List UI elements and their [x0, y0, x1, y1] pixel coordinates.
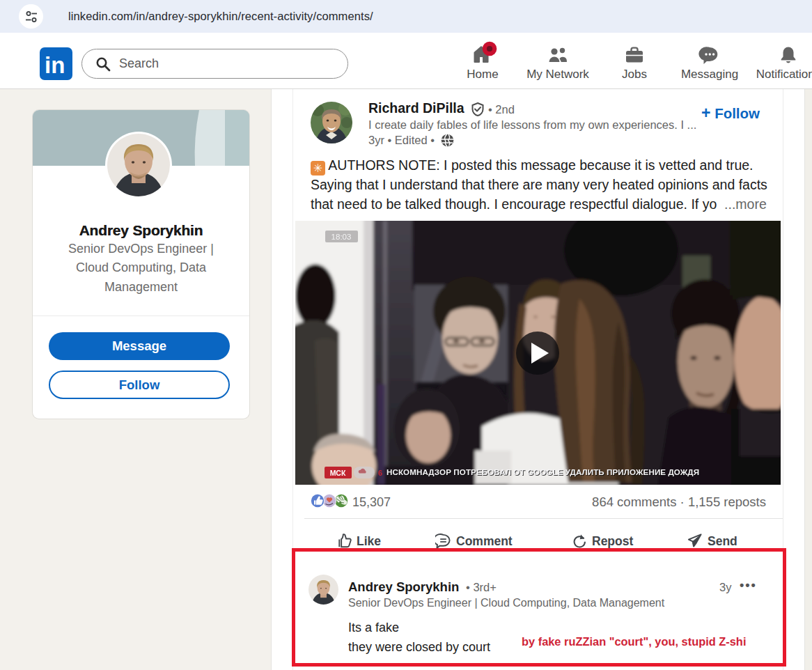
svg-text:НСКОМНАДЗОР ПОТРЕБОВАЛ ОТ GOOG: НСКОМНАДЗОР ПОТРЕБОВАЛ ОТ GOOGLE УДАЛИТЬ…: [387, 467, 699, 476]
svg-text:МСК: МСК: [330, 469, 346, 477]
svg-text:in: in: [45, 52, 65, 78]
svg-text:18:03: 18:03: [331, 233, 352, 241]
svg-text:6: 6: [378, 469, 382, 477]
